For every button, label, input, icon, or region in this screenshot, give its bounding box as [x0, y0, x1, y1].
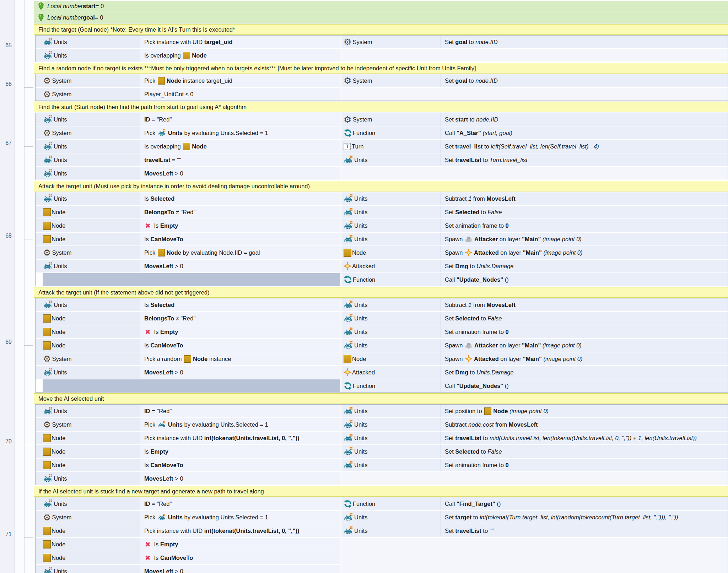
condition-row[interactable]: ⚙SystemPick a random Node instance — [36, 352, 340, 366]
condition-row[interactable]: UnitsMovesLeft > 0 — [36, 260, 340, 273]
units-icon — [43, 407, 53, 416]
event-block-67[interactable]: UnitsID = "Red"⚙SystemPick Units by eval… — [35, 113, 728, 180]
condition-row[interactable]: UnitsMovesLeft > 0 — [36, 565, 340, 573]
action-row[interactable]: UnitsSet travelList to Turn.travel_list — [341, 153, 728, 167]
action-row[interactable]: FunctionCall "Update_Nodes" () — [341, 379, 728, 392]
local-variable-row[interactable]: Local number goal = 0 — [34, 12, 728, 23]
inverted-condition-x-icon: ✖ — [145, 541, 151, 548]
action-row[interactable]: UnitsSet Selected to False — [341, 312, 728, 325]
action-row[interactable]: UnitsSubtract node.cost from MovesLeft — [341, 418, 728, 432]
action-row[interactable]: UnitsSet Selected to False — [341, 206, 728, 219]
condition-row[interactable]: UnitsIs overlapping Node — [36, 49, 340, 62]
condition-row[interactable]: ⚙SystemPick Units by evaluating Units.Se… — [36, 511, 340, 524]
comment-row[interactable]: Attack the target unit (Must use pick by… — [34, 181, 728, 191]
action-row[interactable]: UnitsSet target to int(tokenat(Turn.targ… — [341, 511, 728, 524]
condition-row[interactable]: ⚙SystemPlayer_UnitCnt ≤ 0 — [36, 88, 340, 101]
actions-filler — [341, 472, 728, 485]
action-text: Set position to Node (image point 0) — [441, 405, 728, 417]
event-block-66[interactable]: ⚙SystemPick Node instance target_uid⚙Sys… — [35, 74, 728, 101]
condition-row[interactable]: NodeBelongsTo ≠ "Red" — [36, 206, 340, 219]
condition-row[interactable]: UnitsID = "Red" — [36, 113, 340, 126]
action-row[interactable]: UnitsSpawn Attacker on layer "Main" (ima… — [341, 339, 728, 352]
condition-row[interactable]: NodeIs Empty — [36, 445, 340, 459]
condition-row[interactable]: NodeIs CanMoveTo — [36, 233, 340, 246]
units-icon — [43, 115, 53, 124]
object-cell: Units — [36, 49, 140, 62]
action-row[interactable]: UnitsSubtract 1 from MovesLeft — [341, 192, 728, 206]
action-text: Subtract node.cost from MovesLeft — [441, 418, 728, 431]
object-cell: Node — [341, 352, 441, 365]
condition-row[interactable]: Node✖ Is Empty — [36, 538, 340, 551]
action-row[interactable]: FunctionCall "A_Star" (start, goal) — [341, 126, 728, 140]
action-row[interactable]: UnitsSpawn Attacker on layer "Main" (ima… — [341, 233, 728, 246]
comment-row[interactable]: Find a random node if no target is exist… — [34, 63, 728, 74]
object-label: Units — [54, 568, 67, 573]
condition-row[interactable]: UnitsID = "Red" — [36, 405, 340, 418]
event-tick — [24, 345, 33, 346]
action-row[interactable]: UnitsSet position to Node (image point 0… — [341, 405, 728, 418]
condition-row[interactable]: Node✖ Is Empty — [36, 325, 340, 339]
comment-row[interactable]: Find the start (Start node) then find th… — [34, 102, 728, 112]
object-cell: ⚙System — [36, 511, 140, 524]
condition-row[interactable]: UnitsIs Selected — [36, 192, 340, 206]
condition-row[interactable]: ⚙SystemPick Units by evaluating Units.Se… — [36, 126, 340, 140]
event-block-71[interactable]: UnitsID = "Red"⚙SystemPick Units by eval… — [35, 497, 728, 573]
units-icon — [43, 499, 53, 508]
condition-row[interactable]: NodeBelongsTo ≠ "Red" — [36, 312, 340, 325]
action-row[interactable]: FunctionCall "Find_Target" () — [341, 497, 728, 511]
text-segment: Spawn — [445, 236, 464, 243]
node-icon — [43, 554, 51, 562]
object-cell: Function — [341, 379, 441, 392]
event-block-68[interactable]: UnitsIs SelectedNodeBelongsTo ≠ "Red"Nod… — [35, 192, 728, 286]
object-cell: Units — [36, 565, 140, 573]
actions-column: FunctionCall "Find_Target" ()UnitsSet ta… — [341, 497, 728, 573]
action-row[interactable]: ⚙SystemSet goal to node.IID — [341, 74, 728, 88]
action-row[interactable]: TTurnSet travel_list to left(Self.travel… — [341, 140, 728, 153]
condition-row[interactable]: UnitsIs overlapping Node — [36, 140, 340, 153]
condition-row[interactable]: UnitstravelList = "" — [36, 153, 340, 167]
action-row[interactable]: UnitsSet Selected to False — [341, 445, 728, 459]
comment-row[interactable]: Attack the target unit (If the statement… — [34, 287, 728, 298]
action-row[interactable]: UnitsSet animation frame to 0 — [341, 219, 728, 233]
action-row[interactable]: UnitsSet travelList to "" — [341, 524, 728, 538]
action-row[interactable]: UnitsSet animation frame to 0 — [341, 325, 728, 339]
event-block-70[interactable]: UnitsID = "Red"⚙SystemPick Units by eval… — [35, 404, 728, 485]
local-variable-row[interactable]: Local number start = 0 — [34, 1, 728, 12]
object-label: System — [52, 356, 71, 362]
condition-row[interactable]: ⚙SystemPick Node instance target_uid — [36, 74, 340, 88]
action-row[interactable]: FunctionCall "Update_Nodes" () — [341, 273, 728, 286]
event-block-65[interactable]: UnitsPick instance with UID target_uidUn… — [35, 35, 728, 62]
text-segment: Is — [152, 329, 160, 335]
action-row[interactable]: ⚙SystemSet start to node.IID — [341, 113, 728, 126]
action-row[interactable]: UnitsSubtract 1 from MovesLeft — [341, 298, 728, 312]
action-text: Set travel_list to left(Self.travel_list… — [441, 140, 728, 153]
comment-row[interactable]: Find the target (Goal node) *Note: Every… — [34, 24, 728, 35]
condition-row[interactable]: UnitsMovesLeft > 0 — [36, 167, 340, 180]
condition-row[interactable]: NodePick instance with UID int(tokenat(U… — [36, 524, 340, 538]
text-segment: Player_UnitCnt ≤ 0 — [144, 91, 193, 98]
condition-row[interactable]: UnitsPick instance with UID target_uid — [36, 36, 340, 49]
action-text: Spawn Attacker on layer "Main" (image po… — [441, 339, 728, 352]
condition-row[interactable]: Node✖ Is CanMoveTo — [36, 551, 340, 565]
event-block-69[interactable]: UnitsIs SelectedNodeBelongsTo ≠ "Red"Nod… — [35, 298, 728, 393]
comment-row[interactable]: Move the AI selected unit — [34, 393, 728, 404]
condition-row[interactable]: NodeIs CanMoveTo — [36, 459, 340, 472]
action-row[interactable]: AttackedSet Dmg to Units.Damage — [341, 366, 728, 379]
condition-row[interactable]: UnitsID = "Red" — [36, 497, 340, 511]
condition-row[interactable]: UnitsMovesLeft > 0 — [36, 366, 340, 379]
action-row[interactable]: NodeSpawn Attacked on layer "Main" (imag… — [341, 352, 728, 366]
action-row[interactable]: UnitsSet animation frame to 0 — [341, 459, 728, 472]
condition-row[interactable]: ⚙SystemPick Units by evaluating Units.Se… — [36, 418, 340, 432]
action-row[interactable]: AttackedSet Dmg to Units.Damage — [341, 260, 728, 273]
action-row[interactable]: UnitsSet travelList to mid(Units.travelL… — [341, 432, 728, 445]
condition-row[interactable]: Node✖ Is Empty — [36, 219, 340, 233]
condition-row[interactable]: NodePick instance with UID int(tokenat(U… — [36, 432, 340, 445]
condition-row[interactable]: UnitsIs Selected — [36, 298, 340, 312]
action-row[interactable]: NodeSpawn Attacked on layer "Main" (imag… — [341, 246, 728, 260]
object-label: Units — [54, 143, 67, 150]
condition-row[interactable]: UnitsMovesLeft > 0 — [36, 472, 340, 485]
condition-row[interactable]: ⚙SystemPick Node by evaluating Node.IID … — [36, 246, 340, 260]
comment-row[interactable]: If the AI selected unit is stuck find a … — [34, 486, 728, 497]
action-row[interactable]: ⚙SystemSet goal to node.IID — [341, 36, 728, 49]
condition-row[interactable]: NodeIs CanMoveTo — [36, 339, 340, 352]
